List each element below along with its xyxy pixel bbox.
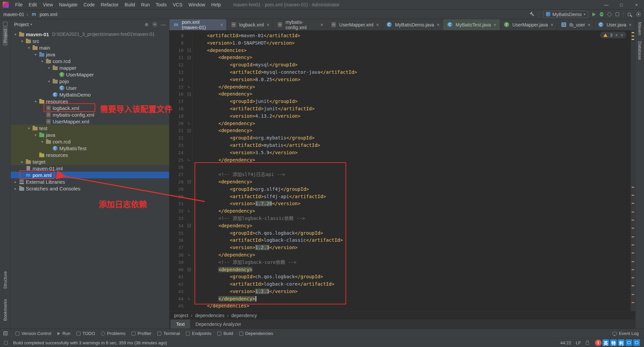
fold-toggle-icon[interactable]: − bbox=[186, 47, 193, 54]
settings-gear-icon[interactable] bbox=[636, 12, 641, 16]
stripe-mark-change[interactable] bbox=[632, 195, 634, 196]
chevron-closed-icon[interactable]: ▸ bbox=[13, 180, 18, 184]
tree-item-mybatis-config-xml[interactable]: <>mybatis-config.xml bbox=[11, 111, 169, 118]
fold-toggle-icon[interactable] bbox=[186, 83, 193, 91]
tool-window-icon[interactable] bbox=[3, 22, 7, 26]
code-line-39[interactable]: 39<!-- 添加logback-core依赖 --> bbox=[169, 259, 631, 266]
menu-view[interactable]: View bbox=[40, 0, 56, 10]
menu-vcs[interactable]: VCS bbox=[170, 0, 185, 10]
menu-help[interactable]: Help bbox=[208, 0, 224, 10]
view-tab-dependency-analyzer[interactable]: Dependency Analyzer bbox=[190, 320, 247, 329]
chevron-open-icon[interactable]: ▾ bbox=[13, 33, 18, 36]
code-line-13[interactable]: 13<artifactId>mysql-connector-java</arti… bbox=[169, 69, 631, 76]
code-line-30[interactable]: 30<artifactId>slf4j-api</artifactId> bbox=[169, 193, 631, 200]
prev-warning-icon[interactable]: ∧ bbox=[615, 33, 618, 37]
stripe-mark-change[interactable] bbox=[632, 285, 634, 286]
tree-item-usermapper-xml[interactable]: <>UserMapper.xml bbox=[11, 118, 169, 125]
code-line-28[interactable]: 28−<dependency> bbox=[169, 178, 631, 186]
stripe-mark-change[interactable] bbox=[632, 294, 634, 295]
tree-item-java[interactable]: ▾java bbox=[11, 51, 169, 58]
tool-button-build[interactable]: Build bbox=[214, 329, 236, 338]
chevron-open-icon[interactable]: ▾ bbox=[46, 79, 52, 83]
stripe-mark-change[interactable] bbox=[632, 261, 634, 262]
coverage-button[interactable] bbox=[607, 12, 611, 16]
close-tab-icon[interactable]: × bbox=[550, 22, 553, 27]
tree-item-maven-01[interactable]: ▾maven-01D:\IDEA2021_3_projects\maven-hm… bbox=[11, 31, 169, 38]
tree-item-java[interactable]: ▾java bbox=[11, 131, 169, 138]
view-tab-text[interactable]: Text bbox=[171, 320, 190, 329]
code-line-31[interactable]: 31<version>1.7.20</version> bbox=[169, 200, 631, 208]
nav-crumb-project[interactable]: maven-01 bbox=[3, 12, 24, 17]
stripe-button-structure[interactable]: Structure bbox=[3, 268, 8, 292]
chevron-closed-icon[interactable]: ▸ bbox=[13, 187, 18, 190]
code-line-36[interactable]: 36<artifactId>logback-classic</artifactI… bbox=[169, 237, 631, 244]
code-line-35[interactable]: 35<groupId>ch.qos.logback</groupId> bbox=[169, 230, 631, 237]
editor-tab-usermapper-xml[interactable]: <>UserMapper.xml× bbox=[327, 19, 382, 30]
stripe-button-maven[interactable]: Maven bbox=[637, 19, 642, 38]
close-button[interactable]: × bbox=[629, 0, 644, 9]
tree-item-com-rcd[interactable]: ▾com.rcd bbox=[11, 138, 169, 145]
tree-item-external-libraries[interactable]: ▸External Libraries bbox=[11, 178, 169, 185]
chevron-closed-icon[interactable]: ▸ bbox=[19, 160, 25, 164]
error-stripe-scrollbar[interactable] bbox=[631, 31, 635, 311]
code-line-21[interactable]: 21−<dependency> bbox=[169, 127, 631, 134]
stripe-mark-change[interactable] bbox=[632, 277, 634, 278]
code-line-9[interactable]: 9<version>1.0-SNAPSHOT</version> bbox=[169, 40, 631, 47]
debug-button[interactable] bbox=[600, 12, 603, 16]
editor-tab-pom-xml-maven-01[interactable]: mpom.xml (maven-01)× bbox=[169, 19, 227, 30]
tree-item-com-rcd[interactable]: ▾com.rcd bbox=[11, 58, 169, 64]
chevron-open-icon[interactable]: ▾ bbox=[26, 46, 32, 50]
minimize-button[interactable]: — bbox=[599, 0, 614, 9]
read-only-lock-icon[interactable] bbox=[586, 342, 589, 345]
code-line-23[interactable]: 23<artifactId>mybatis</artifactId> bbox=[169, 142, 631, 149]
tree-item-usermapper[interactable]: IUserMapper bbox=[11, 71, 169, 78]
maximize-button[interactable]: □ bbox=[614, 0, 629, 9]
tree-item-main[interactable]: ▾main bbox=[11, 44, 169, 51]
stripe-mark-change[interactable] bbox=[632, 302, 634, 303]
tree-item-maven-01-iml[interactable]: maven-01.iml bbox=[11, 165, 169, 172]
panel-settings-icon[interactable] bbox=[153, 22, 157, 26]
close-tab-icon[interactable]: × bbox=[493, 22, 496, 27]
close-tab-icon[interactable]: × bbox=[376, 22, 379, 27]
stripe-mark-change[interactable] bbox=[632, 244, 634, 245]
fold-toggle-icon[interactable]: − bbox=[186, 178, 193, 186]
editor-tab-logback-xml[interactable]: <>logback.xml× bbox=[227, 19, 273, 30]
code-line-16[interactable]: 16−<dependency> bbox=[169, 91, 631, 98]
fold-toggle-icon[interactable]: − bbox=[186, 222, 193, 230]
stripe-mark-change[interactable] bbox=[632, 228, 634, 229]
code-line-18[interactable]: 18<artifactId>junit</artifactId> bbox=[169, 105, 631, 113]
run-button[interactable] bbox=[592, 12, 596, 16]
chevron-open-icon[interactable]: ▾ bbox=[26, 126, 32, 130]
code-line-26[interactable]: 26 bbox=[169, 164, 631, 171]
status-message[interactable]: Build completed successfully with 3 warn… bbox=[13, 340, 167, 345]
stripe-mark-change[interactable] bbox=[632, 236, 634, 237]
chevron-open-icon[interactable]: ▾ bbox=[46, 66, 52, 70]
tool-button-profiler[interactable]: Profiler bbox=[128, 329, 154, 338]
code-line-43[interactable]: 43<version>1.2.3</version> bbox=[169, 288, 631, 295]
code-line-29[interactable]: 29<groupId>org.slf4j</groupId> bbox=[169, 186, 631, 193]
close-tab-icon[interactable]: × bbox=[267, 22, 269, 27]
profiler-button[interactable] bbox=[615, 12, 619, 16]
tree-item-src[interactable]: ▾src bbox=[11, 38, 169, 44]
stripe-button-bookmarks[interactable]: Bookmarks bbox=[3, 296, 8, 324]
chevron-open-icon[interactable]: ▾ bbox=[40, 140, 45, 143]
tree-item-scratches-and-consoles[interactable]: ▸Scratches and Consoles bbox=[11, 185, 169, 192]
fold-toggle-icon[interactable] bbox=[186, 120, 193, 127]
code-line-12[interactable]: 12<groupId>mysql</groupId> bbox=[169, 61, 631, 69]
code-line-20[interactable]: 20</dependency> bbox=[169, 120, 631, 127]
code-editor[interactable]: 8<artifactId>maven-01</artifactId>9<vers… bbox=[169, 31, 631, 311]
stripe-button-database[interactable]: Database bbox=[637, 38, 642, 63]
run-configuration-selector[interactable]: MyBatisDemo ▾ bbox=[543, 11, 588, 18]
editor-tab-usermapper-java[interactable]: IUserMapper.java× bbox=[500, 19, 557, 30]
project-panel-title[interactable]: Project bbox=[14, 22, 29, 27]
code-line-19[interactable]: 19<version>4.13.2</version> bbox=[169, 113, 631, 120]
close-tab-icon[interactable]: × bbox=[629, 22, 632, 27]
menu-code[interactable]: Code bbox=[80, 0, 98, 10]
tree-item-logback-xml[interactable]: <>logback.xml bbox=[11, 105, 169, 111]
fold-toggle-icon[interactable] bbox=[186, 251, 193, 259]
code-line-27[interactable]: 27<!-- 添加slf4j日志api --> bbox=[169, 171, 631, 178]
fold-toggle-icon[interactable] bbox=[186, 157, 193, 164]
tool-button-terminal[interactable]: Terminal bbox=[154, 329, 183, 338]
tree-item-pom-xml[interactable]: mpom.xml bbox=[11, 172, 169, 178]
code-line-8[interactable]: 8<artifactId>maven-01</artifactId> bbox=[169, 32, 631, 40]
